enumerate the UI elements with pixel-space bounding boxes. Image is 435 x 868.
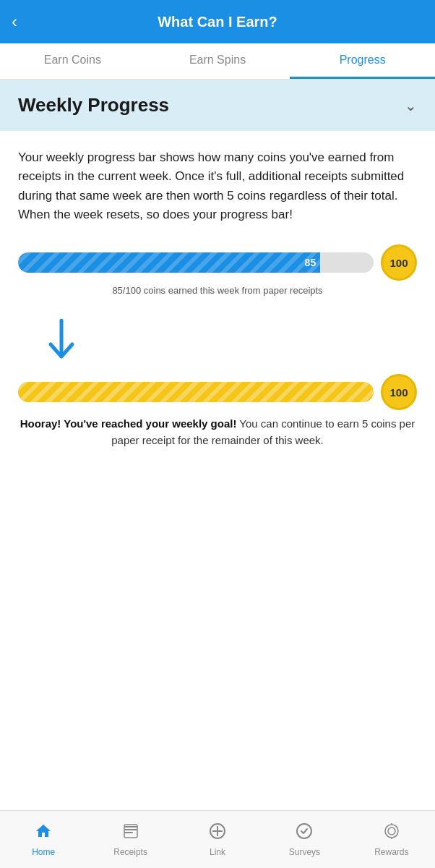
progress-bar-area-2: 100 Hooray! You've reached your weekly g… (18, 374, 417, 448)
home-icon (35, 822, 52, 844)
progress-bar-row-2: 100 (18, 374, 417, 410)
coin-badge-2: 100 (381, 374, 417, 410)
svg-point-5 (297, 824, 311, 838)
nav-surveys-label: Surveys (289, 847, 320, 857)
progress-bar-full (18, 382, 374, 402)
main-content: Your weekly progress bar shows how many … (0, 131, 435, 475)
tab-earn-coins[interactable]: Earn Coins (0, 43, 145, 79)
description-text: Your weekly progress bar shows how many … (18, 148, 417, 224)
nav-home[interactable]: Home (0, 822, 87, 857)
svg-point-6 (385, 825, 398, 838)
progress-sub-label-1: 85/100 coins earned this week from paper… (18, 285, 417, 296)
tab-progress[interactable]: Progress (290, 43, 435, 79)
header: ‹ What Can I Earn? (0, 0, 435, 43)
back-button[interactable]: ‹ (12, 12, 17, 32)
progress-value-label: 85 (305, 257, 321, 268)
nav-link[interactable]: Link (174, 822, 261, 857)
arrow-down-icon (47, 319, 76, 362)
receipts-icon (122, 822, 139, 844)
nav-surveys[interactable]: Surveys (261, 822, 348, 857)
bottom-nav: Home Receipts Link Surveys Rewards (0, 810, 435, 868)
page-title: What Can I Earn? (158, 14, 277, 30)
surveys-icon (296, 822, 313, 844)
chevron-down-icon: ⌄ (405, 97, 417, 114)
nav-rewards[interactable]: Rewards (348, 822, 435, 857)
progress-bar-container-1: 85 (18, 252, 374, 273)
svg-point-7 (388, 827, 395, 835)
nav-receipts[interactable]: Receipts (87, 822, 173, 857)
nav-link-label: Link (210, 847, 225, 857)
coin-badge-1: 100 (381, 244, 417, 281)
nav-home-label: Home (32, 847, 55, 857)
section-title: Weekly Progress (18, 94, 169, 116)
progress-bar-area-1: 85 100 85/100 coins earned this week fro… (18, 244, 417, 296)
goal-reached-bold: Hooray! You've reached your weekly goal! (20, 417, 237, 430)
tabs-container: Earn Coins Earn Spins Progress (0, 43, 435, 80)
nav-rewards-label: Rewards (374, 847, 408, 857)
link-icon (209, 822, 226, 844)
tab-earn-spins[interactable]: Earn Spins (145, 43, 290, 79)
goal-reached-text: Hooray! You've reached your weekly goal!… (18, 416, 417, 448)
nav-receipts-label: Receipts (113, 847, 147, 857)
progress-bar-fill-1: 85 (18, 252, 320, 273)
progress-bar-container-2 (18, 382, 374, 402)
section-header[interactable]: Weekly Progress ⌄ (0, 80, 435, 131)
arrow-down-area (18, 307, 417, 374)
rewards-icon (383, 822, 400, 844)
progress-bar-row-1: 85 100 (18, 244, 417, 281)
